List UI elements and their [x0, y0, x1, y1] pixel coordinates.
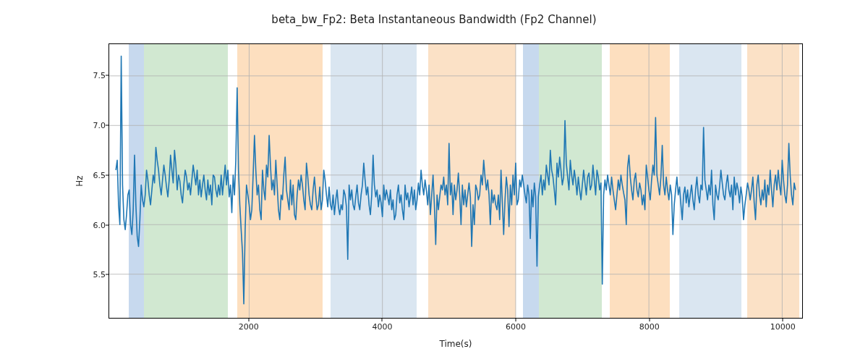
data-line — [116, 56, 796, 303]
y-tick-label: 7.5 — [88, 71, 106, 80]
x-tick-mark — [516, 319, 516, 321]
x-tick-mark — [783, 319, 783, 321]
y-tick-mark — [106, 125, 109, 125]
y-tick-mark — [106, 174, 109, 175]
x-tick-label: 10000 — [770, 322, 796, 332]
x-tick-mark — [248, 319, 249, 321]
y-tick-label: 5.5 — [88, 270, 106, 279]
x-tick-label: 2000 — [239, 322, 259, 332]
y-axis-label: Hz — [72, 43, 87, 319]
y-tick-mark — [106, 274, 109, 275]
chart-title: beta_bw_Fp2: Beta Instantaneous Bandwidt… — [0, 13, 868, 26]
x-tick-label: 8000 — [639, 322, 660, 332]
y-tick-label: 6.0 — [88, 220, 106, 230]
plot-svg — [109, 44, 802, 318]
y-tick-label: 6.5 — [88, 170, 106, 180]
figure: beta_bw_Fp2: Beta Instantaneous Bandwidt… — [0, 0, 868, 362]
y-tick-label: 7.0 — [88, 120, 106, 130]
x-tick-label: 4000 — [372, 322, 392, 332]
y-tick-mark — [106, 224, 109, 225]
x-axis-label: Time(s) — [109, 339, 803, 349]
x-tick-label: 6000 — [506, 322, 526, 332]
x-tick-mark — [649, 319, 650, 321]
x-tick-mark — [382, 319, 383, 321]
y-axis-label-text: Hz — [75, 175, 85, 186]
y-tick-mark — [106, 75, 109, 76]
plot-area — [109, 43, 803, 319]
